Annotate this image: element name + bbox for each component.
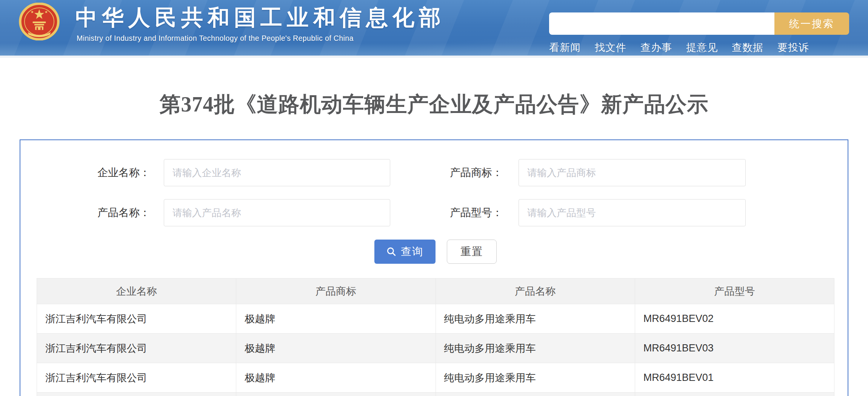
nav-item-news[interactable]: 看新闻 [549, 41, 581, 54]
product-model-label: 产品型号： [408, 199, 503, 226]
table-row: 随州市东正专用汽车有限公司 华威牌 运渣自卸车 CZD5100ZWXEL6 [37, 393, 834, 396]
search-input[interactable] [549, 12, 774, 35]
cell-model: CZD5100ZWXEL6 [635, 393, 834, 396]
nav-item-documents[interactable]: 找文件 [595, 41, 626, 54]
cell-brand: 华威牌 [236, 393, 436, 396]
cell-model: MR6491BEV02 [635, 304, 834, 334]
col-header-model: 产品型号 [635, 278, 834, 304]
query-button[interactable]: 查询 [374, 240, 436, 264]
site-header: 中华人民共和国工业和信息化部 Ministry of Industry and … [0, 0, 868, 56]
table-header-row: 企业名称 产品商标 产品名称 产品型号 [37, 278, 834, 304]
col-header-brand: 产品商标 [236, 278, 436, 304]
unified-search-button[interactable]: 统一搜索 [774, 12, 849, 35]
cell-brand: 极越牌 [236, 363, 436, 393]
cell-company: 浙江吉利汽车有限公司 [37, 363, 236, 393]
header-divider [0, 56, 868, 58]
national-emblem-icon [18, 3, 60, 42]
magnifier-icon [386, 247, 396, 257]
cell-brand: 极越牌 [236, 304, 436, 334]
top-nav: 看新闻 找文件 查办事 提意见 查数据 要投诉 [549, 41, 809, 54]
cell-company: 浙江吉利汽车有限公司 [37, 304, 236, 334]
page-title: 第374批《道路机动车辆生产企业及产品公告》新产品公示 [0, 90, 868, 119]
nav-item-feedback[interactable]: 提意见 [686, 41, 718, 54]
cell-company: 随州市东正专用汽车有限公司 [37, 393, 236, 396]
table-row: 浙江吉利汽车有限公司 极越牌 纯电动多用途乘用车 MR6491BEV02 [37, 304, 834, 334]
cell-brand: 极越牌 [236, 334, 436, 363]
nav-item-complaint[interactable]: 要投诉 [777, 41, 809, 54]
cell-product: 纯电动多用途乘用车 [436, 334, 635, 363]
product-model-input[interactable] [519, 199, 746, 226]
unified-search-bar: 统一搜索 [549, 12, 849, 35]
cell-model: MR6491BEV03 [635, 334, 834, 363]
cell-company: 浙江吉利汽车有限公司 [37, 334, 236, 363]
cell-product: 纯电动多用途乘用车 [436, 363, 635, 393]
company-name-input[interactable] [164, 159, 390, 186]
query-panel: 企业名称： 产品商标： 产品名称： 产品型号： 查询 重置 企业名称 产品商标 … [20, 139, 848, 396]
product-brand-input[interactable] [519, 159, 746, 186]
product-name-input[interactable] [164, 199, 390, 226]
product-brand-label: 产品商标： [408, 159, 503, 186]
nav-item-data[interactable]: 查数据 [732, 41, 763, 54]
results-table: 企业名称 产品商标 产品名称 产品型号 浙江吉利汽车有限公司 极越牌 纯电动多用… [37, 278, 834, 396]
col-header-product: 产品名称 [436, 278, 635, 304]
product-name-label: 产品名称： [20, 199, 150, 226]
company-name-label: 企业名称： [20, 159, 150, 186]
reset-button[interactable]: 重置 [447, 240, 497, 264]
site-title: 中华人民共和国工业和信息化部 [75, 3, 445, 32]
cell-model: MR6491BEV01 [635, 363, 834, 393]
nav-item-services[interactable]: 查办事 [640, 41, 672, 54]
table-row: 浙江吉利汽车有限公司 极越牌 纯电动多用途乘用车 MR6491BEV03 [37, 334, 834, 363]
table-row: 浙江吉利汽车有限公司 极越牌 纯电动多用途乘用车 MR6491BEV01 [37, 363, 834, 393]
cell-product: 运渣自卸车 [436, 393, 635, 396]
query-button-label: 查询 [401, 244, 423, 259]
cell-product: 纯电动多用途乘用车 [436, 304, 635, 334]
site-subtitle: Ministry of Industry and Information Tec… [77, 34, 354, 43]
col-header-company: 企业名称 [37, 278, 236, 304]
